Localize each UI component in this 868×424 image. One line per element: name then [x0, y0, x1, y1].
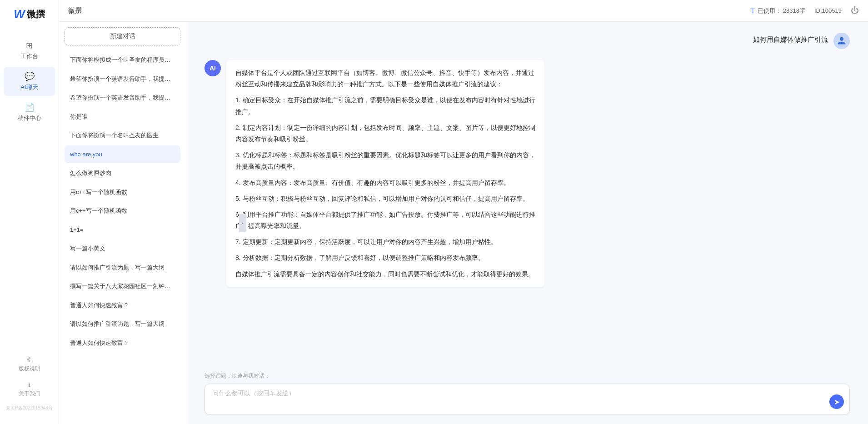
- list-item[interactable]: 撰写一篇关于八大家花园社区一刻钟便民生...: [65, 277, 180, 295]
- send-button[interactable]: ➤: [829, 394, 844, 409]
- sidebar-item-label: AI聊天: [20, 83, 38, 91]
- topbar-title: 微撰: [68, 6, 750, 15]
- ai-point-3: 3. 优化标题和标签：标题和标签是吸引粉丝的重要因素。优化标题和标签可以让更多的…: [235, 150, 535, 172]
- ai-point-6: 6. 利用平台推广功能：自媒体平台都提供了推广功能，如广告投放、付费推广等，可以…: [235, 209, 535, 232]
- logo-icon: W: [14, 7, 25, 21]
- user-message-text: 如何用自媒体做推广引流: [753, 35, 828, 43]
- new-chat-button[interactable]: 新建对话: [65, 27, 180, 45]
- drafts-icon: 📄: [25, 102, 35, 112]
- list-item[interactable]: 写一篇小黄文: [65, 239, 180, 258]
- collapse-button[interactable]: ‹: [239, 214, 246, 232]
- list-item[interactable]: 下面你将扮演一个名叫圣友的医生: [65, 126, 180, 145]
- usage-count: 28318字: [783, 7, 805, 15]
- send-icon: ➤: [834, 398, 840, 406]
- list-item[interactable]: 普通人如何快速致富？: [65, 296, 180, 314]
- copyright-item[interactable]: © 版权说明: [4, 353, 55, 376]
- list-item[interactable]: 下面你将模拟成一个叫圣友的程序员，我说...: [65, 51, 180, 69]
- about-label: 关于我们: [19, 390, 40, 398]
- main: 微撰 𝕋 已使用： 28318字 ID:100519 ⏻ 新建对话 下面你将模拟…: [59, 0, 868, 424]
- ai-message-bubble: 自媒体平台是个人或团队通过互联网平台（如博客、微博、微信公众号、抖音、快手等）发…: [226, 60, 544, 287]
- list-item[interactable]: 1+1=: [65, 221, 180, 239]
- usage-label: 已使用：: [758, 7, 781, 15]
- ai-intro: 自媒体平台是个人或团队通过互联网平台（如博客、微博、微信公众号、抖音、快手等）发…: [235, 67, 535, 90]
- logo-name: 微撰: [27, 8, 45, 20]
- list-item[interactable]: 怎么做狗屎炒肉: [65, 164, 180, 182]
- sidebar-footer: © 版权说明 ℹ 关于我们 京ICP备2022015948号: [0, 353, 59, 413]
- list-item[interactable]: 用c++写一个随机函数: [65, 183, 180, 201]
- input-area: 选择话题，快速与我对话： ➤: [186, 367, 868, 424]
- list-item[interactable]: 你是谁: [65, 108, 180, 126]
- input-box: ➤: [205, 384, 850, 415]
- list-item[interactable]: 希望你扮演一个英语发音助手，我提供给你...: [65, 89, 180, 107]
- about-icon: ℹ: [28, 382, 30, 388]
- ai-point-7: 7. 定期更新：定期更新内容，保持活跃度，可以让用户对你的内容产生兴趣，增加用户…: [235, 236, 535, 248]
- list-item[interactable]: 用c++写一个随机函数: [65, 202, 180, 220]
- about-item[interactable]: ℹ 关于我们: [4, 378, 55, 401]
- list-item[interactable]: 普通人如何快速致富？: [65, 334, 180, 352]
- list-item[interactable]: 请以如何推广引流为题，写一篇大纲: [65, 315, 180, 333]
- ai-point-4: 4. 发布高质量内容：发布高质量、有价值、有趣的内容可以吸引更多的粉丝，并提高用…: [235, 177, 535, 189]
- list-item[interactable]: 请以如何推广引流为题，写一篇大纲: [65, 259, 180, 277]
- usage-display: 𝕋 已使用： 28318字: [750, 7, 805, 15]
- copyright-label: 版权说明: [19, 365, 40, 373]
- topbar-right: 𝕋 已使用： 28318字 ID:100519 ⏻: [750, 6, 859, 15]
- sidebar-item-ai-chat[interactable]: 💬 AI聊天: [4, 67, 55, 96]
- quick-topics-label: 选择话题，快速与我对话：: [205, 372, 850, 380]
- sidebar-item-label: 工作台: [20, 52, 38, 60]
- chat-icon: 💬: [25, 71, 35, 81]
- sidebar-item-label: 稿件中心: [18, 114, 41, 122]
- copyright-icon: ©: [27, 357, 31, 363]
- chat-area: 如何用自媒体做推广引流 AI 自媒体平台是个人或团队通过互联网平台（如博客、微博…: [186, 22, 868, 424]
- list-item[interactable]: 希望你扮演一个英语发音助手，我提供给你...: [65, 70, 180, 88]
- sidebar-item-workbench[interactable]: ⊞ 工作台: [4, 36, 55, 65]
- ai-avatar: AI: [205, 60, 221, 76]
- topbar: 微撰 𝕋 已使用： 28318字 ID:100519 ⏻: [59, 0, 868, 22]
- content-area: 新建对话 下面你将模拟成一个叫圣友的程序员，我说... 希望你扮演一个英语发音助…: [59, 22, 868, 424]
- ai-point-5: 5. 与粉丝互动：积极与粉丝互动，回复评论和私信，可以增加用户对你的认可和信任，…: [235, 193, 535, 205]
- message-input[interactable]: [212, 389, 827, 408]
- chat-list: 新建对话 下面你将模拟成一个叫圣友的程序员，我说... 希望你扮演一个英语发音助…: [59, 22, 186, 424]
- ai-conclusion: 自媒体推广引流需要具备一定的内容创作和社交能力，同时也需要不断尝试和优化，才能取…: [235, 269, 535, 280]
- sidebar-item-drafts[interactable]: 📄 稿件中心: [4, 98, 55, 127]
- icp-text: 京ICP备2022015948号: [4, 403, 55, 413]
- nav-items: ⊞ 工作台 💬 AI聊天 📄 稿件中心: [0, 36, 59, 353]
- logo: W 微撰: [14, 7, 45, 21]
- user-message-row: 如何用自媒体做推广引流: [205, 33, 850, 49]
- list-item-active[interactable]: who are you: [65, 145, 180, 164]
- sidebar: W 微撰 ⊞ 工作台 💬 AI聊天 📄 稿件中心 © 版权说明 ℹ 关于我们 京…: [0, 0, 59, 424]
- ai-point-2: 2. 制定内容计划：制定一份详细的内容计划，包括发布时间、频率、主题、文案、图片…: [235, 122, 535, 145]
- ai-message-row: AI 自媒体平台是个人或团队通过互联网平台（如博客、微博、微信公众号、抖音、快手…: [205, 60, 850, 287]
- messages-container: 如何用自媒体做推广引流 AI 自媒体平台是个人或团队通过互联网平台（如博客、微博…: [186, 22, 868, 367]
- ai-point-1: 1. 确定目标受众：在开始自媒体推广引流之前，需要明确目标受众是谁，以便在发布内…: [235, 95, 535, 117]
- user-message-bubble: 如何用自媒体做推广引流: [753, 33, 828, 49]
- ai-point-8: 8. 分析数据：定期分析数据，了解用户反馈和喜好，以便调整推广策略和内容发布频率…: [235, 252, 535, 264]
- workbench-icon: ⊞: [26, 40, 33, 50]
- user-id: ID:100519: [814, 7, 842, 14]
- usage-icon: 𝕋: [750, 7, 755, 15]
- power-button[interactable]: ⏻: [851, 6, 859, 15]
- user-avatar: [833, 33, 850, 49]
